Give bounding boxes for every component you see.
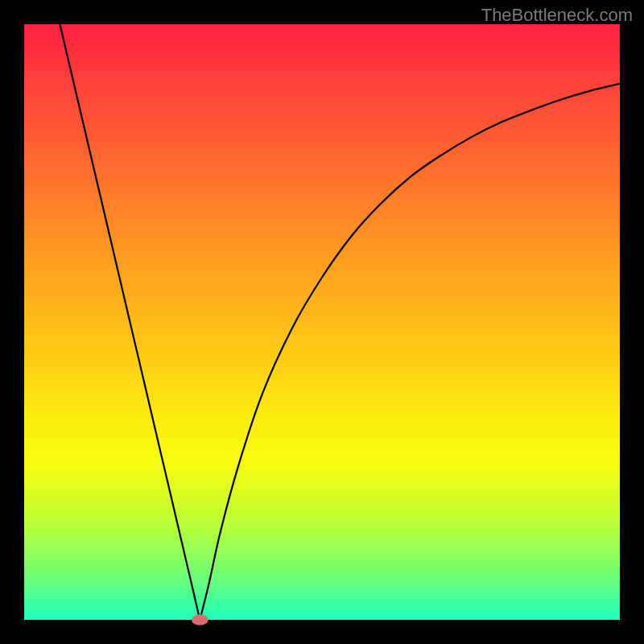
chart-svg — [24, 24, 620, 620]
bottleneck-curve — [60, 24, 620, 620]
watermark-text: TheBottleneck.com — [481, 5, 633, 26]
optimal-point-marker — [192, 614, 208, 625]
